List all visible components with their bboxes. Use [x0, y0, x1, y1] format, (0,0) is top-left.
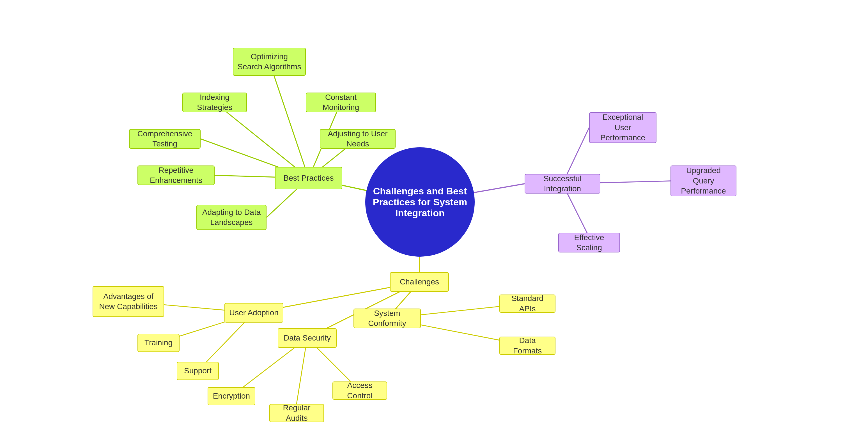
svg-line-20 [297, 338, 307, 404]
node-indexing-strategies: Indexing Strategies [182, 93, 247, 112]
node-advantages: Advantages of New Capabilities [93, 286, 164, 317]
node-constant-monitoring: Constant Monitoring [306, 93, 376, 112]
node-system-conformity: System Conformity [353, 309, 421, 328]
node-access-control: Access Control [333, 381, 387, 400]
node-regular-audits: Regular Audits [269, 404, 324, 422]
node-adapting-data: Adapting to Data Landscapes [196, 205, 267, 230]
node-best-practices: Best Practices [275, 167, 342, 189]
node-optimizing-search: Optimizing Search Algorithms [233, 48, 306, 76]
node-effective-scaling: Effective Scaling [558, 233, 620, 252]
node-data-formats: Data Formats [499, 337, 556, 355]
node-successful-integration: Successful Integration [525, 174, 600, 194]
node-adjusting-user: Adjusting to User Needs [320, 129, 396, 149]
node-encryption: Encryption [208, 387, 255, 405]
node-training: Training [137, 334, 180, 352]
node-support: Support [177, 362, 219, 380]
node-upgraded-query: Upgraded Query Performance [671, 165, 737, 196]
node-repetitive-enhancements: Repetitive Enhancements [137, 165, 215, 185]
node-exceptional-user: Exceptional User Performance [589, 112, 656, 143]
node-challenges: Challenges [390, 272, 449, 292]
node-standard-apis: Standard APIs [499, 294, 556, 313]
node-user-adoption: User Adoption [224, 303, 283, 323]
svg-line-3 [269, 62, 309, 178]
center-node: Challenges and Best Practices for System… [365, 147, 475, 257]
node-comprehensive-testing: Comprehensive Testing [129, 129, 200, 149]
node-data-security: Data Security [278, 328, 337, 348]
